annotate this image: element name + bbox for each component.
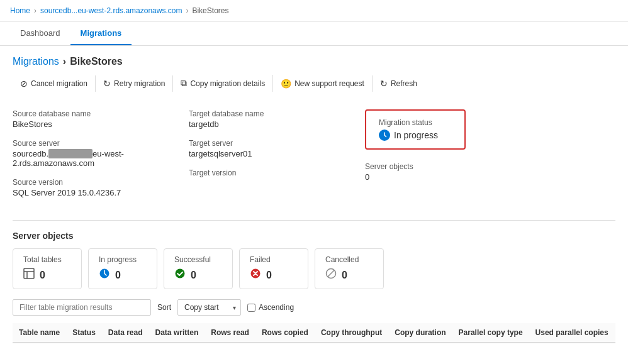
cancel-migration-label: Cancel migration (31, 79, 87, 88)
target-server-block: Target server targetsqlserver01 (189, 139, 346, 158)
source-db-value: BikeStores (13, 119, 170, 129)
breadcrumb-sep-2: › (186, 6, 188, 15)
stat-card-cancelled: Cancelled 0 (315, 248, 384, 289)
table-head: Table name Status Data read Data written… (13, 323, 615, 343)
in-progress-icon (379, 130, 390, 141)
breadcrumb-current: BikeStores (192, 6, 228, 15)
status-col: Migration status In progress Server obje… (365, 109, 554, 207)
copy-migration-details-label: Copy migration details (190, 79, 265, 88)
total-tables-count: 0 (40, 270, 45, 281)
table-wrapper: Table name Status Data read Data written… (13, 323, 615, 343)
target-server-label: Target server (189, 139, 346, 148)
sort-label: Sort (157, 303, 171, 312)
col-used-parallel-copies: Used parallel copies (529, 323, 615, 343)
data-table: Table name Status Data read Data written… (13, 323, 615, 343)
table-header-row: Table name Status Data read Data written… (13, 323, 615, 343)
server-objects-section: Server objects Total tables 0 (13, 231, 615, 343)
filter-bar: Sort Copy start Table name Status Data r… (13, 299, 615, 316)
breadcrumb-sep-1: › (34, 6, 36, 15)
total-tables-label: Total tables (23, 255, 71, 264)
server-objects-label: Server objects (365, 162, 535, 171)
ascending-checkbox-label[interactable]: Ascending (247, 303, 294, 312)
breadcrumb-source[interactable]: sourcedb...eu-west-2.rds.amazonaws.com (40, 6, 182, 15)
failed-count: 0 (266, 270, 272, 281)
filter-input[interactable] (13, 299, 151, 316)
in-progress-stat-icon (99, 268, 110, 282)
stat-card-in-progress: In progress 0 (88, 248, 157, 289)
total-tables-value: 0 (23, 268, 71, 282)
stat-card-successful: Successful 0 (164, 248, 233, 289)
cancel-icon: ⊘ (20, 79, 28, 89)
server-objects-block: Server objects 0 (365, 162, 535, 182)
page-title: BikeStores (70, 56, 123, 67)
main-content: Migrations › BikeStores ⊘ Cancel migrati… (0, 46, 628, 363)
target-db-label: Target database name (189, 109, 346, 118)
refresh-icon: ↻ (380, 79, 388, 89)
col-rows-read: Rows read (205, 323, 255, 343)
refresh-button[interactable]: ↻ Refresh (373, 75, 425, 92)
cancelled-count: 0 (342, 270, 347, 281)
new-support-request-label: New support request (294, 79, 364, 88)
target-version-block: Target version (189, 168, 346, 177)
breadcrumb-home[interactable]: Home (10, 6, 30, 15)
svg-rect-1 (24, 268, 34, 279)
sort-select[interactable]: Copy start Table name Status Data read D… (177, 299, 241, 316)
svg-line-8 (328, 270, 334, 277)
tabs-bar: Dashboard Migrations (0, 22, 628, 46)
toolbar: ⊘ Cancel migration ↻ Retry migration ⧉ C… (13, 75, 615, 97)
col-rows-copied: Rows copied (255, 323, 315, 343)
source-server-label: Source server (13, 139, 170, 148)
target-version-label: Target version (189, 168, 346, 177)
retry-migration-button[interactable]: ↻ Retry migration (96, 75, 173, 92)
in-progress-count: 0 (115, 270, 121, 281)
breadcrumb: Home › sourcedb...eu-west-2.rds.amazonaw… (0, 0, 628, 22)
server-objects-value: 0 (365, 172, 535, 182)
failed-value: 0 (250, 268, 298, 282)
cancel-migration-button[interactable]: ⊘ Cancel migration (13, 75, 96, 92)
info-section: Source database name BikeStores Source s… (13, 109, 615, 207)
source-db-block: Source database name BikeStores (13, 109, 170, 129)
source-col: Source database name BikeStores Source s… (13, 109, 189, 207)
refresh-label: Refresh (391, 79, 417, 88)
retry-icon: ↻ (103, 79, 111, 89)
failed-icon (250, 268, 261, 282)
target-db-value: targetdb (189, 119, 346, 129)
server-objects-title: Server objects (13, 231, 615, 241)
ascending-checkbox[interactable] (247, 304, 255, 312)
support-icon: 🙂 (281, 79, 291, 89)
copy-migration-details-button[interactable]: ⧉ Copy migration details (173, 75, 273, 92)
col-table-name: Table name (13, 323, 66, 343)
target-col: Target database name targetdb Target ser… (189, 109, 365, 207)
target-server-value: targetsqlserver01 (189, 149, 346, 158)
successful-label: Successful (174, 255, 222, 264)
source-version-label: Source version (13, 178, 170, 187)
new-support-request-button[interactable]: 🙂 New support request (273, 75, 373, 92)
in-progress-svg (380, 131, 389, 140)
migrations-link[interactable]: Migrations (13, 56, 59, 67)
svg-point-5 (176, 269, 185, 279)
cancelled-icon (325, 268, 337, 282)
migration-status-box: Migration status In progress (365, 109, 466, 150)
tab-dashboard[interactable]: Dashboard (10, 22, 70, 45)
col-copy-throughput: Copy throughput (315, 323, 388, 343)
success-icon (174, 268, 186, 282)
successful-count: 0 (191, 270, 196, 281)
tab-migrations[interactable]: Migrations (70, 22, 132, 45)
col-copy-start: Copy start (615, 323, 615, 343)
col-status: Status (66, 323, 102, 343)
col-copy-duration: Copy duration (388, 323, 452, 343)
retry-migration-label: Retry migration (114, 79, 165, 88)
stat-card-total-tables: Total tables 0 (13, 248, 82, 289)
page-header: Migrations › BikeStores (13, 56, 615, 67)
in-progress-value: 0 (99, 268, 147, 282)
migration-status-label: Migration status (379, 118, 452, 127)
migration-status-text: In progress (394, 130, 438, 140)
section-divider (13, 220, 615, 221)
in-progress-label: In progress (99, 255, 147, 264)
cancelled-label: Cancelled (325, 255, 373, 264)
source-db-label: Source database name (13, 109, 170, 118)
stat-card-failed: Failed 0 (239, 248, 308, 289)
successful-value: 0 (174, 268, 222, 282)
col-data-read: Data read (102, 323, 149, 343)
failed-label: Failed (250, 255, 298, 264)
